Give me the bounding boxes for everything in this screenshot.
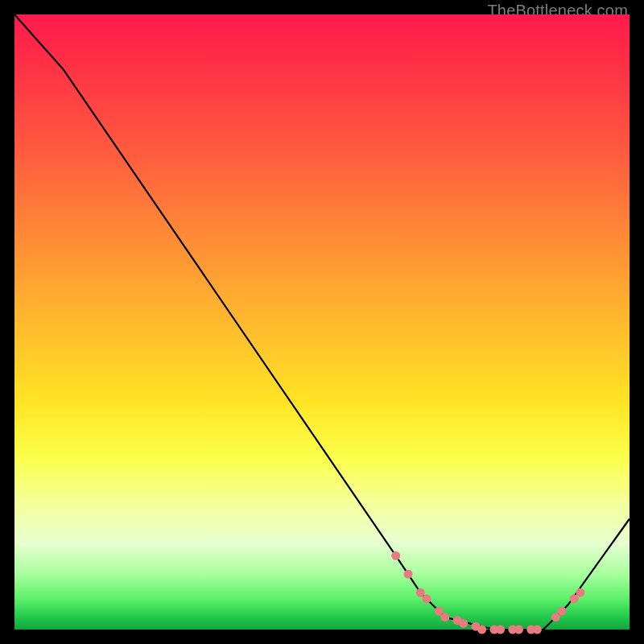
chart-svg xyxy=(14,14,630,630)
trough-marker xyxy=(440,613,449,621)
trough-marker xyxy=(576,588,584,597)
trough-marker xyxy=(514,625,523,634)
trough-marker xyxy=(459,619,468,628)
markers-layer xyxy=(391,551,584,634)
trough-marker xyxy=(533,625,542,634)
trough-marker xyxy=(422,594,431,603)
chart-frame: TheBottleneck.com xyxy=(0,0,644,644)
trough-marker xyxy=(558,607,567,616)
trough-marker xyxy=(477,625,486,634)
trough-marker xyxy=(404,570,413,579)
curve-layer xyxy=(14,14,630,630)
trough-marker xyxy=(391,551,400,560)
trough-marker xyxy=(496,625,505,634)
chart-plot-area xyxy=(14,14,630,630)
bottleneck-curve xyxy=(14,14,630,630)
